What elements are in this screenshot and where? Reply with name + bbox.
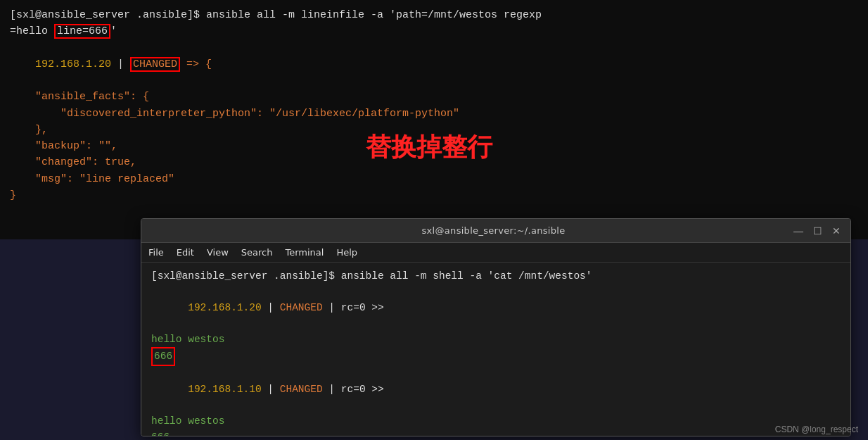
changed-badge-2: CHANGED [280,302,323,313]
top-line-9: "msg": "line replaced" [10,171,858,187]
top-line-5: "discovered_interpreter_python": "/usr/l… [10,106,858,122]
window-title: sxl@ansible_server:~/.ansible [193,225,793,236]
bottom-line-2: 192.168.1.20 | CHANGED | rc=0 >> [151,284,841,331]
top-line-10: } [10,187,858,203]
top-line-2: =hello line=666' [10,23,858,39]
arrow: => { [180,58,212,70]
top-line-3: 192.168.1.20 | CHANGED => { [10,40,858,89]
menu-terminal[interactable]: Terminal [285,247,324,258]
menu-search[interactable]: Search [241,247,273,258]
bottom-terminal-window: sxl@ansible_server:~/.ansible — ☐ ✕ File… [141,218,851,436]
menu-help[interactable]: Help [336,247,357,258]
top-line-4: "ansible_facts": { [10,89,858,105]
maximize-button[interactable]: ☐ [813,226,822,236]
top-terminal: [sxl@ansible_server .ansible]$ ansible a… [0,0,868,239]
separator-2: | [262,302,280,313]
annotation-text: 替换掉整行 [366,130,492,165]
terminal-body: [sxl@ansible_server .ansible]$ ansible a… [141,263,850,436]
line666-highlight: line=666 [54,24,110,39]
ip-address-2: 192.168.1.20 [188,302,261,313]
ip-address-3: 192.168.1.10 [188,384,261,395]
window-controls: — ☐ ✕ [793,226,841,236]
bottom-line-7: 666 [151,429,841,436]
changed-badge-1: CHANGED [130,57,180,72]
ip-address-1: 192.168.1.20 [35,58,111,70]
bottom-line-6: hello westos [151,413,841,429]
bottom-line-3: hello westos [151,332,841,347]
window-titlebar: sxl@ansible_server:~/.ansible — ☐ ✕ [141,219,850,243]
separator: | [111,58,130,70]
close-button[interactable]: ✕ [832,226,841,236]
menu-view[interactable]: View [207,247,229,258]
changed-badge-3: CHANGED [280,384,323,395]
bottom-line-4: 666 [151,347,841,365]
bottom-line-1: [sxl@ansible_server .ansible]$ ansible a… [151,268,841,284]
rc-info-1: | rc=0 >> [323,302,384,313]
menu-file[interactable]: File [148,247,164,258]
top-line-1: [sxl@ansible_server .ansible]$ ansible a… [10,7,858,23]
666-highlight-1: 666 [151,347,175,365]
menubar: File Edit View Search Terminal Help [141,243,850,263]
csdn-watermark: CSDN @long_respect [775,425,858,434]
rc-info-2: | rc=0 >> [323,384,384,395]
separator-3: | [262,384,280,395]
menu-edit[interactable]: Edit [177,247,194,258]
minimize-button[interactable]: — [793,226,803,236]
bottom-line-5: 192.168.1.10 | CHANGED | rc=0 >> [151,366,841,413]
